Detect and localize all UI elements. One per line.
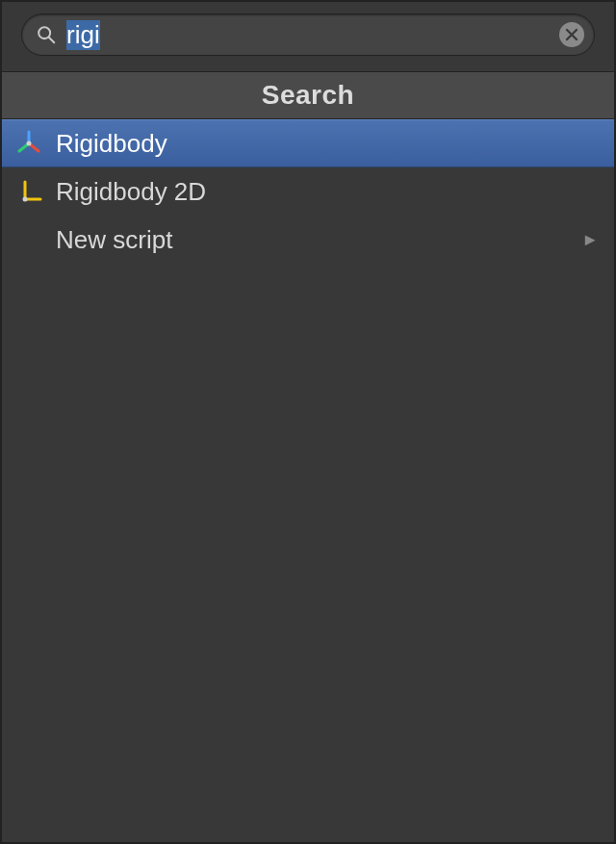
rigidbody-2d-icon	[15, 178, 42, 205]
search-bar	[21, 13, 595, 56]
result-row[interactable]: New script►	[2, 216, 614, 264]
close-icon	[565, 28, 578, 41]
section-title: Search	[262, 80, 354, 111]
result-row[interactable]: Rigidbody	[2, 119, 614, 167]
rigidbody-3d-icon	[15, 130, 42, 157]
svg-line-1	[49, 38, 55, 43]
search-input[interactable]	[57, 14, 559, 55]
search-bar-container	[2, 2, 614, 71]
section-header: Search	[2, 71, 614, 119]
result-label: New script	[56, 225, 581, 255]
results-list: RigidbodyRigidbody 2DNew script►	[2, 119, 614, 842]
clear-search-button[interactable]	[559, 22, 584, 47]
result-label: Rigidbody	[56, 129, 599, 159]
result-row[interactable]: Rigidbody 2D	[2, 167, 614, 216]
svg-point-10	[23, 197, 28, 202]
svg-point-7	[27, 141, 32, 146]
chevron-right-icon: ►	[581, 230, 599, 250]
result-label: Rigidbody 2D	[56, 177, 599, 207]
add-component-popup: Search RigidbodyRigidbody 2DNew script►	[0, 0, 616, 844]
search-icon	[36, 24, 57, 45]
